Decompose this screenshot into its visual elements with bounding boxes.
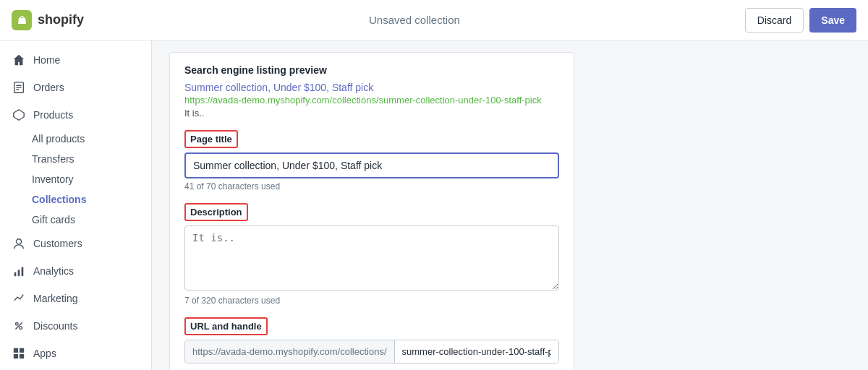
products-submenu: All products Transfers Inventory Collect… bbox=[0, 129, 151, 230]
svg-point-5 bbox=[16, 239, 21, 244]
sidebar-sub-all-products[interactable]: All products bbox=[32, 129, 151, 149]
logo-text: shopify bbox=[38, 12, 84, 27]
sidebar: Home Orders Products All products Transf… bbox=[0, 40, 152, 370]
products-icon bbox=[12, 108, 26, 122]
save-button[interactable]: Save bbox=[809, 8, 856, 33]
svg-point-10 bbox=[20, 327, 22, 330]
sidebar-item-home[interactable]: Home bbox=[0, 46, 151, 74]
svg-line-11 bbox=[16, 323, 22, 330]
page-title-section: Page title 41 of 70 characters used bbox=[184, 130, 559, 192]
sidebar-item-products[interactable]: Products bbox=[0, 101, 151, 129]
svg-rect-14 bbox=[14, 354, 18, 358]
seo-url: https://avada-demo.myshopify.com/collect… bbox=[184, 95, 559, 106]
url-handle-section: URL and handle https://avada-demo.myshop… bbox=[184, 317, 559, 363]
sidebar-item-orders[interactable]: Orders bbox=[0, 74, 151, 101]
discard-button[interactable]: Discard bbox=[745, 8, 804, 33]
page-title-input[interactable] bbox=[184, 152, 559, 178]
svg-rect-7 bbox=[18, 270, 20, 276]
sidebar-item-marketing-label: Marketing bbox=[33, 293, 77, 304]
description-char-count: 7 of 320 characters used bbox=[184, 296, 559, 306]
sidebar-sub-collections[interactable]: Collections bbox=[32, 189, 151, 210]
sidebar-nav: Home Orders Products All products Transf… bbox=[0, 40, 151, 370]
sidebar-item-discounts[interactable]: Discounts bbox=[0, 312, 151, 340]
url-row: https://avada-demo.myshopify.com/collect… bbox=[184, 340, 559, 363]
sidebar-item-customers[interactable]: Customers bbox=[0, 230, 151, 257]
sidebar-item-home-label: Home bbox=[33, 54, 60, 66]
sidebar-item-orders-label: Orders bbox=[33, 82, 64, 93]
apps-icon bbox=[12, 346, 26, 361]
layout: Home Orders Products All products Transf… bbox=[0, 40, 868, 370]
svg-rect-6 bbox=[14, 272, 17, 276]
topbar: shopify Unsaved collection Discard Save bbox=[0, 0, 868, 40]
marketing-icon bbox=[12, 291, 26, 306]
sidebar-item-discounts-label: Discounts bbox=[33, 320, 77, 332]
shopify-bag-icon bbox=[12, 10, 32, 30]
seo-title-link[interactable]: Summer collection, Under $100, Staff pic… bbox=[184, 82, 559, 93]
url-handle-input[interactable] bbox=[395, 340, 558, 363]
page-title-label: Page title bbox=[184, 130, 238, 148]
sidebar-item-apps-label: Apps bbox=[33, 348, 56, 359]
url-handle-label: URL and handle bbox=[184, 317, 268, 335]
description-textarea[interactable] bbox=[184, 225, 559, 291]
svg-point-9 bbox=[16, 323, 19, 326]
sales-channels-section: SALES CHANNELS + bbox=[0, 367, 151, 370]
sidebar-item-analytics-label: Analytics bbox=[33, 265, 74, 277]
topbar-actions: Discard Save bbox=[745, 8, 856, 33]
main-content: Search engine listing preview Summer col… bbox=[152, 40, 868, 370]
sidebar-item-analytics[interactable]: Analytics bbox=[0, 257, 151, 285]
description-section: Description 7 of 320 characters used bbox=[184, 203, 559, 306]
orders-icon bbox=[12, 80, 26, 95]
svg-rect-15 bbox=[20, 354, 24, 358]
url-prefix: https://avada-demo.myshopify.com/collect… bbox=[185, 340, 395, 363]
customers-icon bbox=[12, 236, 26, 251]
discounts-icon bbox=[12, 319, 26, 333]
analytics-icon bbox=[12, 264, 26, 278]
page-title: Unsaved collection bbox=[84, 14, 745, 26]
description-label: Description bbox=[184, 203, 248, 221]
svg-marker-4 bbox=[14, 110, 24, 120]
logo: shopify bbox=[12, 10, 84, 30]
sidebar-sub-inventory[interactable]: Inventory bbox=[32, 169, 151, 189]
sidebar-item-apps[interactable]: Apps bbox=[0, 340, 151, 367]
sidebar-item-customers-label: Customers bbox=[33, 238, 82, 249]
seo-section-title: Search engine listing preview bbox=[184, 64, 559, 76]
svg-rect-8 bbox=[22, 267, 24, 277]
home-icon bbox=[12, 53, 26, 67]
svg-rect-13 bbox=[20, 348, 24, 353]
sidebar-sub-gift-cards[interactable]: Gift cards bbox=[32, 210, 151, 230]
sidebar-item-products-label: Products bbox=[33, 109, 73, 121]
sidebar-sub-transfers[interactable]: Transfers bbox=[32, 149, 151, 169]
seo-card: Search engine listing preview Summer col… bbox=[169, 52, 574, 370]
sidebar-item-marketing[interactable]: Marketing bbox=[0, 285, 151, 312]
seo-description: It is.. bbox=[184, 108, 204, 119]
page-title-char-count: 41 of 70 characters used bbox=[184, 181, 559, 192]
svg-rect-12 bbox=[14, 348, 18, 353]
